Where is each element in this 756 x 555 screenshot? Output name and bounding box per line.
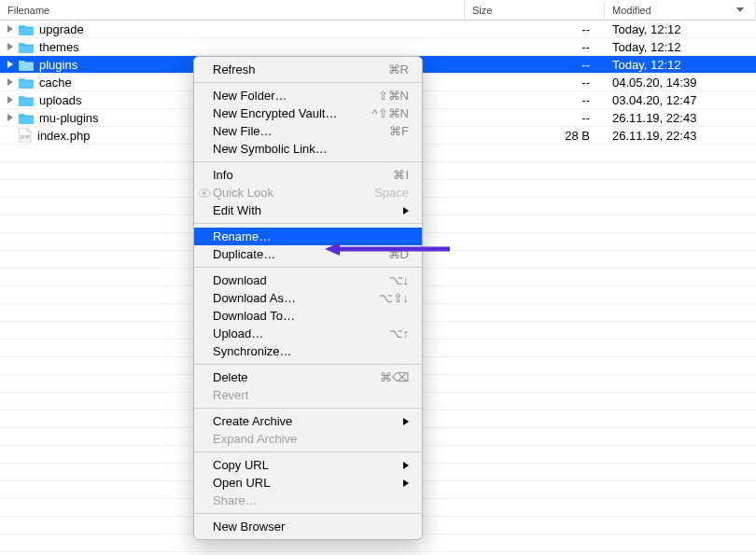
filename-label: upgrade — [39, 22, 84, 36]
menu-delete[interactable]: Delete ⌘⌫ — [194, 368, 422, 386]
cell-size: 28 B — [465, 127, 605, 144]
menu-expand-archive: Expand Archive — [194, 430, 422, 448]
menu-new-symlink[interactable]: New Symbolic Link… — [194, 140, 422, 158]
svg-text:PHP: PHP — [21, 134, 31, 140]
column-filename-label: Filename — [7, 5, 49, 16]
disclosure-triangle-icon[interactable] — [7, 43, 13, 50]
column-filename[interactable]: Filename — [0, 2, 465, 19]
filename-label: uploads — [39, 93, 82, 107]
filename-label: cache — [39, 76, 72, 90]
cell-filename: themes — [0, 38, 465, 55]
cell-size: -- — [465, 21, 605, 37]
cell-modified: 04.05.20, 14:39 — [605, 74, 756, 90]
menu-separator — [194, 161, 422, 162]
menu-separator — [194, 223, 422, 224]
disclosure-triangle-icon[interactable] — [7, 114, 13, 121]
cell-filename: upgrade — [0, 21, 465, 37]
menu-quick-look: Quick Look Space — [194, 184, 422, 201]
filename-label: index.php — [37, 129, 90, 143]
folder-icon — [19, 59, 34, 71]
submenu-arrow-icon — [403, 207, 409, 215]
cell-size: -- — [465, 91, 605, 108]
folder-icon — [19, 112, 34, 124]
cell-modified: Today, 12:12 — [605, 21, 756, 37]
menu-info[interactable]: Info ⌘I — [194, 166, 422, 184]
menu-download-to[interactable]: Download To… — [194, 307, 422, 325]
folder-icon — [19, 94, 34, 106]
cell-modified: 03.04.20, 12:47 — [605, 91, 756, 108]
cell-size: -- — [465, 38, 605, 55]
table-row[interactable]: themes--Today, 12:12 — [0, 38, 756, 56]
filename-label: themes — [39, 40, 79, 54]
menu-download[interactable]: Download ⌥↓ — [194, 271, 422, 289]
menu-synchronize[interactable]: Synchronize… — [194, 342, 422, 360]
menu-open-url[interactable]: Open URL — [194, 474, 422, 492]
menu-separator — [194, 82, 422, 83]
context-menu: Refresh ⌘R New Folder… ⇧⌘N New Encrypted… — [193, 56, 423, 540]
menu-edit-with[interactable]: Edit With — [194, 201, 422, 219]
submenu-arrow-icon — [403, 418, 409, 425]
disclosure-triangle-icon[interactable] — [7, 25, 13, 33]
folder-icon — [19, 23, 34, 35]
cell-modified: Today, 12:12 — [605, 56, 756, 73]
column-header: Filename Size Modified — [0, 0, 756, 21]
menu-separator — [194, 267, 422, 268]
cell-size: -- — [465, 56, 605, 73]
menu-separator — [194, 513, 422, 514]
submenu-arrow-icon — [403, 479, 409, 487]
menu-new-folder[interactable]: New Folder… ⇧⌘N — [194, 87, 422, 104]
disclosure-triangle-icon[interactable] — [7, 61, 13, 68]
menu-share: Share… — [194, 492, 422, 509]
file-icon: PHP — [19, 128, 32, 143]
column-size[interactable]: Size — [465, 2, 605, 19]
eye-icon — [198, 188, 211, 198]
menu-copy-url[interactable]: Copy URL — [194, 456, 422, 474]
table-row[interactable]: upgrade--Today, 12:12 — [0, 21, 756, 38]
menu-duplicate[interactable]: Duplicate… ⌘D — [194, 245, 422, 263]
svg-point-2 — [203, 191, 206, 195]
menu-refresh[interactable]: Refresh ⌘R — [194, 61, 422, 78]
menu-revert: Revert — [194, 386, 422, 404]
column-size-label: Size — [472, 5, 492, 16]
menu-rename[interactable]: Rename… — [194, 228, 422, 245]
column-modified[interactable]: Modified — [605, 2, 756, 19]
column-modified-label: Modified — [612, 5, 651, 16]
disclosure-triangle-icon[interactable] — [7, 78, 13, 86]
sort-indicator-icon — [736, 7, 744, 12]
cell-size: -- — [465, 74, 605, 90]
menu-download-as[interactable]: Download As… ⌥⇧↓ — [194, 289, 422, 307]
menu-separator — [194, 451, 422, 452]
menu-create-archive[interactable]: Create Archive — [194, 412, 422, 430]
menu-new-file[interactable]: New File… ⌘F — [194, 122, 422, 140]
menu-separator — [194, 364, 422, 365]
cell-modified: 26.11.19, 22:43 — [605, 127, 756, 144]
cell-modified: 26.11.19, 22:43 — [605, 109, 756, 126]
menu-upload[interactable]: Upload… ⌥↑ — [194, 325, 422, 342]
filename-label: mu-plugins — [39, 111, 99, 125]
disclosure-triangle-icon[interactable] — [7, 96, 13, 104]
cell-modified: Today, 12:12 — [605, 38, 756, 55]
menu-new-browser[interactable]: New Browser — [194, 518, 422, 535]
cell-size: -- — [465, 109, 605, 126]
folder-icon — [19, 76, 34, 89]
menu-new-vault[interactable]: New Encrypted Vault… ^⇧⌘N — [194, 104, 422, 122]
menu-separator — [194, 408, 422, 409]
submenu-arrow-icon — [403, 462, 409, 469]
folder-icon — [19, 41, 34, 53]
filename-label: plugins — [39, 58, 77, 72]
